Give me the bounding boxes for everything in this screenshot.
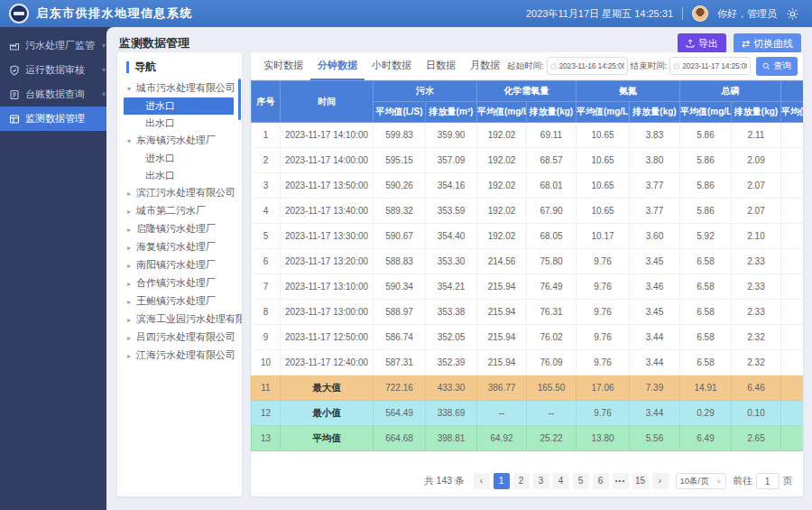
tree-company-item[interactable]: ▸江海污水处理有限公司: [117, 347, 242, 365]
tab-4[interactable]: 日数据: [419, 52, 463, 80]
table-cell: 2.65: [732, 426, 781, 451]
goto-page-input[interactable]: [756, 473, 780, 489]
start-time-input[interactable]: [559, 61, 624, 70]
export-icon: [686, 39, 695, 48]
tree-company-item[interactable]: ▸南阳镇污水处理厂: [117, 256, 242, 274]
tree-company-item[interactable]: ▸启隆镇污水处理厂: [117, 220, 242, 238]
avatar[interactable]: [692, 5, 708, 22]
sidebar-item-3[interactable]: 台账数据查询∨: [0, 82, 114, 107]
data-table-wrap: 序号时间污水化学需氧量氨氮总磷平均值(L/S)排放量(m³)平均值(mg/L)排…: [251, 80, 803, 451]
table-cell-index: 1: [252, 123, 281, 148]
end-time-input[interactable]: [682, 61, 747, 70]
table-cell: 6.49: [680, 426, 732, 451]
table-cell: 0.29: [680, 401, 732, 426]
sidebar-item-1[interactable]: 污水处理厂监管∨: [0, 33, 114, 58]
table-cell: [781, 199, 804, 224]
pager-prev-button[interactable]: ‹: [474, 473, 490, 489]
page-button-5[interactable]: 5: [573, 473, 589, 489]
nav-scrollbar-thumb[interactable]: [238, 79, 241, 120]
table-cell-time: 2023-11-17 13:20:00: [281, 249, 374, 274]
table-cell-time: 2023-11-17 13:00:00: [281, 300, 374, 325]
gear-icon[interactable]: [786, 7, 799, 21]
tree-company-item[interactable]: ▸滨江污水处理有限公司: [117, 184, 242, 202]
table-cell: 68.05: [527, 224, 577, 249]
table-cell-time: 2023-11-17 12:50:00: [281, 325, 374, 350]
tree-company-item[interactable]: ▸王鲍镇污水处理厂: [117, 292, 242, 311]
data-table: 序号时间污水化学需氧量氨氮总磷平均值(L/S)排放量(m³)平均值(mg/L)排…: [251, 80, 803, 451]
table-row: 12最小值564.49338.69----9.763.440.290.10: [252, 401, 804, 426]
pager-next-button[interactable]: ›: [652, 473, 669, 489]
page-button-1[interactable]: 1: [494, 473, 510, 489]
table-row: 52023-11-17 13:30:00590.67354.40192.0268…: [252, 224, 804, 249]
tab-5[interactable]: 月数据: [463, 52, 507, 80]
table-cell: 338.69: [426, 401, 477, 426]
table-header-cell: 排放量(kg): [527, 102, 577, 123]
tree-port-item[interactable]: 出水口: [117, 167, 242, 184]
pager-ellipsis[interactable]: •••: [613, 473, 629, 489]
page-button-3[interactable]: 3: [533, 473, 549, 489]
tab-2[interactable]: 分钟数据: [310, 52, 364, 80]
tree-port-item[interactable]: 进水口: [124, 97, 234, 115]
table-row: 62023-11-17 13:20:00588.83353.30214.5675…: [252, 249, 804, 274]
tree-company-item[interactable]: ▸城市第二污水厂: [117, 202, 242, 220]
tab-3[interactable]: 小时数据: [364, 52, 419, 80]
table-cell: 353.38: [426, 300, 477, 325]
table-cell: 7.39: [630, 376, 680, 401]
query-button[interactable]: 查询: [756, 57, 798, 76]
sidebar-item-2[interactable]: 运行数据审核∨: [0, 58, 114, 82]
table-cell: 10.65: [577, 173, 630, 199]
table-cell: 5.86: [680, 173, 732, 199]
page-size-select[interactable]: 10条/页 ∨: [676, 473, 726, 489]
table-cell: 352.05: [426, 325, 477, 350]
greeting-text[interactable]: 你好，管理员: [717, 7, 777, 21]
table-cell: 69.11: [527, 123, 577, 148]
tree-company-item[interactable]: ▾城市污水处理有限公司: [117, 79, 242, 97]
table-cell: 2.33: [732, 300, 781, 325]
table-header-group-cell: 污水: [374, 81, 477, 102]
table-cell: 192.02: [477, 224, 527, 249]
table-body: 12023-11-17 14:10:00599.83359.90192.0269…: [252, 123, 804, 451]
page-button-2[interactable]: 2: [513, 473, 530, 489]
table-cell: 0.10: [732, 401, 781, 426]
sidebar-item-4[interactable]: 监测数据管理: [0, 107, 114, 131]
table-header-group-cell: 氨氮: [577, 81, 680, 102]
tree-company-item[interactable]: ▸合作镇污水处理厂: [117, 274, 242, 292]
page-button-15[interactable]: 15: [632, 473, 649, 489]
query-button-label: 查询: [773, 60, 791, 72]
tree-company-item[interactable]: ▸吕四污水处理有限公司: [117, 329, 242, 347]
table-cell-time: 2023-11-17 12:40:00: [281, 350, 374, 376]
app-title: 启东市供排水地理信息系统: [36, 5, 193, 22]
tree-port-item[interactable]: 出水口: [117, 115, 242, 132]
table-row: 32023-11-17 13:50:00590.26354.16192.0268…: [252, 173, 804, 199]
table-cell: 165.50: [527, 376, 577, 401]
table-cell: 595.15: [374, 148, 426, 173]
tree-port-item[interactable]: 进水口: [117, 150, 242, 167]
table-cell: 9.76: [577, 274, 630, 300]
table-cell: 10.65: [577, 199, 630, 224]
table-row: 12023-11-17 14:10:00599.83359.90192.0269…: [252, 123, 804, 148]
table-cell-time: 最大值: [281, 376, 374, 401]
tree-company-item[interactable]: ▸滨海工业园污水处理有限公司: [117, 311, 242, 329]
tree-company-item[interactable]: ▸海复镇污水处理厂: [117, 238, 242, 256]
tree-company-item[interactable]: ▾东海镇污水处理厂: [117, 132, 242, 150]
switch-curve-button[interactable]: ⇄ 切换曲线: [734, 33, 801, 53]
table-cell-index: 9: [252, 325, 281, 350]
table-header-cell: 排放量(kg): [732, 102, 781, 123]
table-cell: [781, 173, 804, 199]
tree-company-label: 启隆镇污水处理厂: [136, 223, 216, 234]
page-button-4[interactable]: 4: [553, 473, 569, 489]
start-time-label: 起始时间:: [507, 60, 544, 72]
table-row: 72023-11-17 13:10:00590.34354.21215.9476…: [252, 274, 804, 300]
export-button[interactable]: 导出: [678, 33, 726, 53]
tree-collapsed-icon: ▸: [127, 348, 136, 365]
table-cell: 433.30: [426, 376, 477, 401]
tree-collapsed-icon: ▸: [127, 185, 136, 202]
page-button-6[interactable]: 6: [593, 473, 609, 489]
table-cell: 2.11: [732, 123, 781, 148]
table-cell-time: 2023-11-17 14:10:00: [281, 123, 374, 148]
table-cell-time: 2023-11-17 13:10:00: [281, 274, 374, 300]
table-header-cell: 排放量(m³): [426, 102, 477, 123]
table-cell: 722.16: [374, 376, 426, 401]
table-head: 序号时间污水化学需氧量氨氮总磷平均值(L/S)排放量(m³)平均值(mg/L)排…: [252, 81, 804, 123]
tab-1[interactable]: 实时数据: [256, 52, 310, 80]
